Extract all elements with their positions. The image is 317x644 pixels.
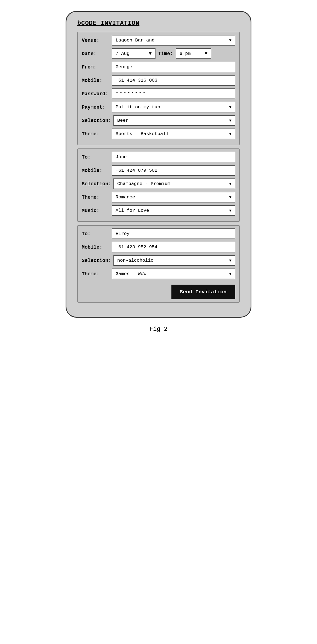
venue-label: Venue: bbox=[82, 38, 112, 43]
recipient2-theme-arrow-icon: ▼ bbox=[229, 272, 231, 276]
time-value: 6 pm bbox=[180, 51, 191, 56]
sender-selection-select[interactable]: Beer ▼ bbox=[113, 115, 235, 126]
recipient2-mobile-label: Mobile: bbox=[82, 245, 112, 250]
sender-theme-row: Theme: Sports - Basketball ▼ bbox=[82, 129, 235, 139]
date-value: 7 Aug bbox=[116, 51, 130, 56]
recipient1-theme-value: Romance bbox=[116, 195, 135, 200]
sender-mobile-row: Mobile: +61 414 316 003 bbox=[82, 75, 235, 86]
recipient2-selection-row: Selection: non-alcoholic ▼ bbox=[82, 255, 235, 266]
recipient1-theme-arrow-icon: ▼ bbox=[229, 195, 231, 199]
recipient2-mobile-value: +61 423 952 954 bbox=[116, 245, 157, 250]
recipient1-selection-label: Selection: bbox=[82, 181, 113, 187]
sender-mobile-label: Mobile: bbox=[82, 78, 112, 83]
phone-frame: bCODE INVITATION Venue: Lagoon Bar and ▼… bbox=[66, 11, 251, 318]
recipient1-selection-value: Champagne - Premium bbox=[117, 181, 170, 186]
app-title: bCODE INVITATION bbox=[77, 20, 240, 27]
sender-selection-label: Selection: bbox=[82, 118, 113, 123]
date-label: Date: bbox=[82, 51, 112, 56]
time-label: Time: bbox=[155, 51, 176, 56]
recipient1-selection-arrow-icon: ▼ bbox=[229, 182, 231, 186]
recipient2-to-row: To: Elroy bbox=[82, 228, 235, 239]
recipient2-theme-value: Games - WoW bbox=[116, 271, 146, 276]
payment-arrow-icon: ▼ bbox=[229, 105, 231, 109]
payment-label: Payment: bbox=[82, 105, 112, 110]
send-invitation-button[interactable]: Send Invitation bbox=[171, 285, 235, 299]
sender-selection-arrow-icon: ▼ bbox=[229, 118, 231, 123]
sender-theme-select[interactable]: Sports - Basketball ▼ bbox=[112, 129, 235, 139]
recipient2-theme-label: Theme: bbox=[82, 271, 112, 277]
recipient1-mobile-input[interactable]: +61 424 079 502 bbox=[112, 165, 235, 176]
recipient2-to-label: To: bbox=[82, 231, 112, 237]
recipient1-selection-row: Selection: Champagne - Premium ▼ bbox=[82, 178, 235, 189]
recipient2-mobile-input[interactable]: +61 423 952 954 bbox=[112, 242, 235, 252]
venue-arrow-icon: ▼ bbox=[229, 38, 231, 43]
recipient1-theme-select[interactable]: Romance ▼ bbox=[112, 192, 235, 202]
recipient2-section: To: Elroy Mobile: +61 423 952 954 Select… bbox=[77, 225, 240, 303]
recipient1-mobile-label: Mobile: bbox=[82, 168, 112, 173]
recipient1-theme-label: Theme: bbox=[82, 195, 112, 200]
sender-selection-value: Beer bbox=[117, 118, 128, 123]
recipient1-music-row: Music: All for Love ▼ bbox=[82, 205, 235, 216]
password-input[interactable]: ******** bbox=[112, 88, 235, 99]
recipient2-to-input[interactable]: Elroy bbox=[112, 228, 235, 239]
from-value: George bbox=[116, 64, 132, 70]
figure-caption: Fig 2 bbox=[149, 326, 168, 333]
time-select[interactable]: 6 pm ▼ bbox=[176, 48, 211, 59]
payment-value: Put it on my tab bbox=[116, 105, 160, 110]
recipient2-selection-select[interactable]: non-alcoholic ▼ bbox=[113, 255, 235, 266]
sender-theme-value: Sports - Basketball bbox=[116, 131, 169, 136]
recipient2-selection-arrow-icon: ▼ bbox=[229, 258, 231, 263]
recipient1-music-arrow-icon: ▼ bbox=[229, 208, 231, 213]
recipient1-mobile-value: +61 424 079 502 bbox=[116, 168, 157, 173]
venue-row: Venue: Lagoon Bar and ▼ bbox=[82, 35, 235, 46]
recipient2-mobile-row: Mobile: +61 423 952 954 bbox=[82, 242, 235, 252]
recipient2-theme-select[interactable]: Games - WoW ▼ bbox=[112, 269, 235, 279]
from-input[interactable]: George bbox=[112, 62, 235, 72]
password-row: Password: ******** bbox=[82, 88, 235, 99]
sender-section: Venue: Lagoon Bar and ▼ Date: 7 Aug ▼ Ti… bbox=[77, 32, 240, 145]
recipient1-to-value: Jane bbox=[116, 154, 127, 160]
recipient1-section: To: Jane Mobile: +61 424 079 502 Selecti… bbox=[77, 148, 240, 222]
venue-value: Lagoon Bar and bbox=[116, 38, 155, 43]
recipient2-selection-label: Selection: bbox=[82, 258, 113, 263]
date-select[interactable]: 7 Aug ▼ bbox=[112, 48, 155, 59]
recipient1-music-label: Music: bbox=[82, 208, 112, 213]
recipient1-to-label: To: bbox=[82, 154, 112, 160]
password-label: Password: bbox=[82, 91, 112, 97]
recipient1-selection-select[interactable]: Champagne - Premium ▼ bbox=[113, 178, 235, 189]
time-arrow-icon: ▼ bbox=[205, 51, 207, 56]
recipient2-theme-row: Theme: Games - WoW ▼ bbox=[82, 269, 235, 279]
date-arrow-icon: ▼ bbox=[149, 51, 152, 56]
recipient1-to-row: To: Jane bbox=[82, 152, 235, 162]
sender-theme-label: Theme: bbox=[82, 131, 112, 137]
sender-selection-row: Selection: Beer ▼ bbox=[82, 115, 235, 126]
recipient1-music-value: All for Love bbox=[116, 208, 149, 213]
recipient2-selection-value: non-alcoholic bbox=[117, 258, 154, 263]
payment-select[interactable]: Put it on my tab ▼ bbox=[112, 102, 235, 112]
sender-mobile-input[interactable]: +61 414 316 003 bbox=[112, 75, 235, 86]
recipient1-to-input[interactable]: Jane bbox=[112, 152, 235, 162]
recipient1-theme-row: Theme: Romance ▼ bbox=[82, 192, 235, 202]
sender-mobile-value: +61 414 316 003 bbox=[116, 78, 157, 83]
password-value: ******** bbox=[116, 91, 147, 96]
from-row: From: George bbox=[82, 62, 235, 72]
recipient2-to-value: Elroy bbox=[116, 231, 130, 236]
date-time-row: Date: 7 Aug ▼ Time: 6 pm ▼ bbox=[82, 48, 235, 59]
recipient1-mobile-row: Mobile: +61 424 079 502 bbox=[82, 165, 235, 176]
venue-select[interactable]: Lagoon Bar and ▼ bbox=[112, 35, 235, 46]
recipient1-music-select[interactable]: All for Love ▼ bbox=[112, 205, 235, 216]
from-label: From: bbox=[82, 64, 112, 70]
payment-row: Payment: Put it on my tab ▼ bbox=[82, 102, 235, 112]
sender-theme-arrow-icon: ▼ bbox=[229, 132, 231, 136]
